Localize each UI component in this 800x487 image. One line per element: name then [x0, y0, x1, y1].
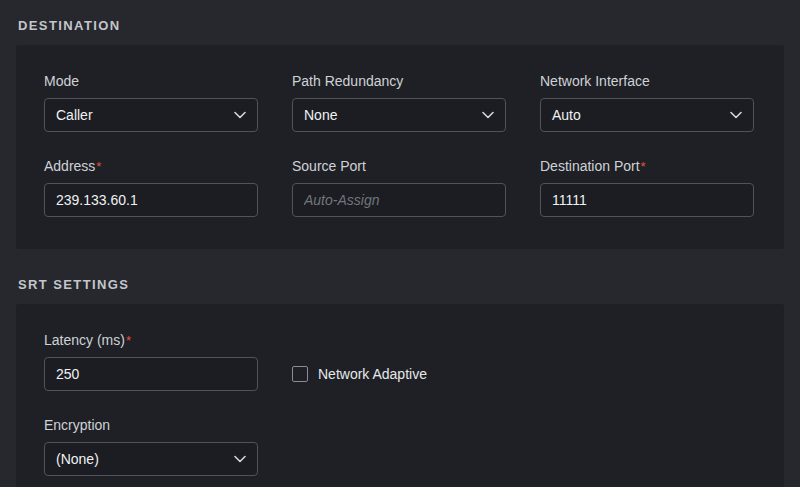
destination-port-label: Destination Port* — [540, 158, 754, 174]
required-asterisk: * — [96, 159, 101, 174]
encryption-select-value: (None) — [56, 451, 99, 467]
source-port-field: Source Port — [292, 158, 506, 217]
chevron-down-icon — [730, 111, 742, 119]
latency-label: Latency (ms)* — [44, 332, 258, 348]
chevron-down-icon — [234, 455, 246, 463]
encryption-field: Encryption (None) — [44, 417, 258, 476]
destination-section-title: DESTINATION — [18, 18, 784, 33]
source-port-input[interactable] — [292, 183, 506, 217]
destination-port-input[interactable] — [540, 183, 754, 217]
source-port-label: Source Port — [292, 158, 506, 174]
address-field: Address* — [44, 158, 258, 217]
mode-field: Mode Caller — [44, 73, 258, 132]
encryption-label: Encryption — [44, 417, 258, 433]
required-asterisk: * — [126, 333, 131, 348]
path-redundancy-select[interactable]: None — [292, 98, 506, 132]
network-interface-select[interactable]: Auto — [540, 98, 754, 132]
mode-select-value: Caller — [56, 107, 93, 123]
latency-field: Latency (ms)* — [44, 332, 258, 391]
settings-page: DESTINATION Mode Caller Path Redundancy — [0, 0, 800, 487]
mode-select[interactable]: Caller — [44, 98, 258, 132]
chevron-down-icon — [482, 111, 494, 119]
srt-panel: Latency (ms)* Network Adaptive Encryptio… — [16, 304, 784, 487]
path-redundancy-field: Path Redundancy None — [292, 73, 506, 132]
spacer — [540, 332, 754, 391]
network-interface-select-value: Auto — [552, 107, 581, 123]
destination-port-field: Destination Port* — [540, 158, 754, 217]
network-interface-label: Network Interface — [540, 73, 754, 89]
network-adaptive-label: Network Adaptive — [318, 366, 427, 382]
srt-section-title: SRT SETTINGS — [18, 277, 784, 292]
path-redundancy-select-value: None — [304, 107, 337, 123]
path-redundancy-label: Path Redundancy — [292, 73, 506, 89]
network-adaptive-field: Network Adaptive — [292, 357, 506, 391]
address-label: Address* — [44, 158, 258, 174]
network-interface-field: Network Interface Auto — [540, 73, 754, 132]
destination-panel: Mode Caller Path Redundancy None — [16, 45, 784, 249]
chevron-down-icon — [234, 111, 246, 119]
mode-label: Mode — [44, 73, 258, 89]
address-input[interactable] — [44, 183, 258, 217]
network-adaptive-checkbox[interactable] — [292, 366, 308, 382]
encryption-select[interactable]: (None) — [44, 442, 258, 476]
latency-input[interactable] — [44, 357, 258, 391]
required-asterisk: * — [641, 159, 646, 174]
